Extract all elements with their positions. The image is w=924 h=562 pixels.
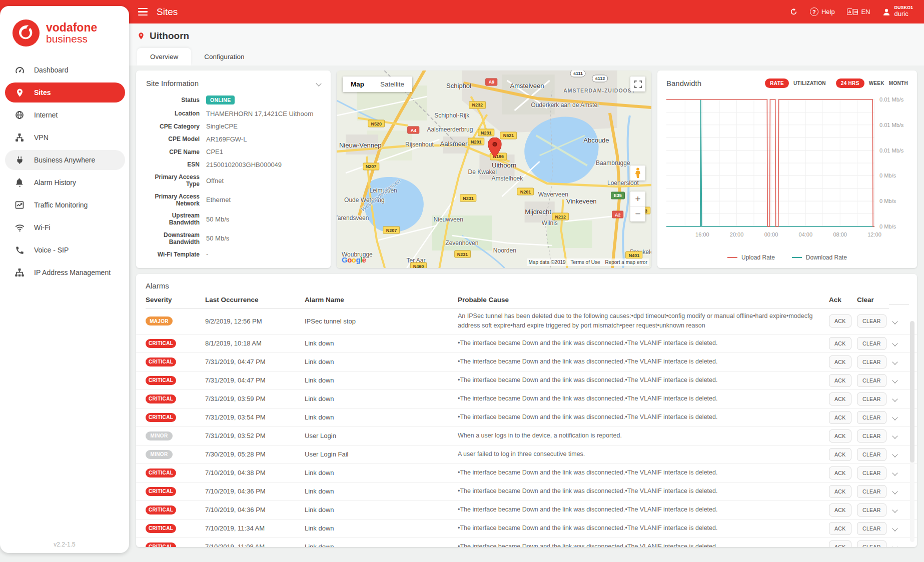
clear-button[interactable]: CLEAR bbox=[857, 430, 886, 442]
road-badge: N231 bbox=[460, 194, 477, 202]
expand-chevron-icon[interactable] bbox=[892, 544, 897, 547]
sidebar-item-wifi[interactable]: Wi-Fi bbox=[5, 218, 125, 238]
sidebar-item-dashboard[interactable]: Dashboard bbox=[5, 60, 125, 80]
ack-button[interactable]: ACK bbox=[829, 374, 851, 387]
clear-button[interactable]: CLEAR bbox=[857, 337, 886, 350]
ack-button[interactable]: ACK bbox=[829, 314, 851, 328]
sidebar-item-internet[interactable]: Internet bbox=[5, 105, 125, 125]
svg-text:00:00: 00:00 bbox=[764, 232, 778, 238]
alarm-last-occurrence: 9/2/2019, 12:56 PM bbox=[205, 318, 305, 325]
expand-chevron-icon[interactable] bbox=[892, 360, 897, 365]
svg-text:0.01 Mb/s: 0.01 Mb/s bbox=[879, 122, 904, 128]
help-button[interactable]: ? Help bbox=[810, 8, 835, 16]
sidebar-item-voice-sip[interactable]: Voice - SIP bbox=[5, 240, 125, 260]
map-town-label: Amstelveen bbox=[510, 82, 544, 89]
ack-button[interactable]: ACK bbox=[829, 430, 851, 442]
clear-button[interactable]: CLEAR bbox=[857, 314, 886, 328]
bandwidth-title: Bandwidth bbox=[666, 79, 701, 88]
expand-chevron-icon[interactable] bbox=[892, 508, 897, 513]
fullscreen-button[interactable] bbox=[630, 76, 645, 92]
alarm-name: Link down bbox=[305, 488, 458, 495]
site-info-label: CPE Name bbox=[146, 148, 206, 156]
svg-text:20:00: 20:00 bbox=[730, 232, 744, 238]
expand-chevron-icon[interactable] bbox=[892, 415, 897, 420]
sidebar-item-business-anywhere[interactable]: Business Anywhere bbox=[5, 150, 125, 170]
ack-button[interactable]: ACK bbox=[829, 411, 851, 424]
svg-text:16:00: 16:00 bbox=[695, 232, 709, 238]
expand-chevron-icon[interactable] bbox=[892, 341, 897, 346]
expand-chevron-icon[interactable] bbox=[892, 318, 897, 324]
google-logo[interactable]: Google bbox=[342, 256, 366, 264]
sidebar-item-sites[interactable]: Sites bbox=[5, 82, 125, 102]
refresh-icon[interactable] bbox=[789, 8, 798, 16]
alarm-probable-cause: •The interface became Down and the link … bbox=[458, 465, 829, 480]
clear-button[interactable]: CLEAR bbox=[857, 466, 886, 480]
ack-button[interactable]: ACK bbox=[829, 485, 851, 498]
alarm-last-occurrence: 7/10/2019, 04:36 PM bbox=[205, 506, 305, 514]
range-month-toggle[interactable]: MONTH bbox=[889, 80, 908, 86]
expand-chevron-icon[interactable] bbox=[892, 434, 897, 439]
ack-button[interactable]: ACK bbox=[829, 448, 851, 461]
language-selector[interactable]: A EN bbox=[847, 8, 870, 16]
vodafone-logo[interactable]: vodafone business bbox=[0, 6, 129, 57]
zoom-in-button[interactable]: + bbox=[630, 192, 645, 206]
map-button[interactable]: Map bbox=[343, 76, 372, 92]
pegman-control[interactable] bbox=[630, 166, 645, 180]
clear-button[interactable]: CLEAR bbox=[857, 504, 886, 516]
ack-button[interactable]: ACK bbox=[829, 504, 851, 516]
clear-button[interactable]: CLEAR bbox=[857, 485, 886, 498]
sidebar-item-traffic-monitoring[interactable]: Traffic Monitoring bbox=[5, 195, 125, 215]
alarm-name: IPSec tunnel stop bbox=[305, 318, 458, 325]
expand-chevron-icon[interactable] bbox=[892, 526, 897, 532]
clear-button[interactable]: CLEAR bbox=[857, 448, 886, 461]
map-zoom-control: + − bbox=[630, 192, 645, 222]
site-info-row: CPE Model AR169FGW-L bbox=[146, 136, 321, 143]
site-info-value: CPE1 bbox=[206, 148, 223, 156]
terms-of-use-link[interactable]: Terms of Use bbox=[571, 260, 600, 265]
satellite-button[interactable]: Satellite bbox=[372, 76, 412, 92]
sidebar-item-alarm-history[interactable]: Alarm History bbox=[5, 172, 125, 192]
ack-button[interactable]: ACK bbox=[829, 522, 851, 535]
alarm-row: CRITICAL 7/31/2019, 04:47 PM Link down •… bbox=[136, 372, 917, 390]
alarm-row: CRITICAL 7/31/2019, 03:59 PM Link down •… bbox=[136, 390, 917, 408]
site-location-marker[interactable] bbox=[488, 138, 502, 160]
sidebar-item-ip-address-management[interactable]: IP Address Management bbox=[5, 262, 125, 282]
expand-chevron-icon[interactable] bbox=[892, 489, 897, 494]
user-menu[interactable]: DUSKO1 duric bbox=[882, 6, 913, 18]
ack-button[interactable]: ACK bbox=[829, 356, 851, 368]
report-map-error-link[interactable]: Report a map error bbox=[605, 260, 647, 265]
range-24hrs-toggle[interactable]: 24 HRS bbox=[836, 78, 864, 88]
utilization-toggle[interactable]: UTILIZATION bbox=[793, 80, 826, 86]
hamburger-menu-icon[interactable] bbox=[138, 8, 148, 16]
map-town-label: Ouderkerk aan de Amstel bbox=[531, 102, 598, 108]
clear-button[interactable]: CLEAR bbox=[857, 356, 886, 368]
alarms-scrollbar[interactable] bbox=[910, 321, 914, 542]
clear-button[interactable]: CLEAR bbox=[857, 522, 886, 535]
alarms-table-body: MAJOR 9/2/2019, 12:56 PM IPSec tunnel st… bbox=[136, 308, 917, 547]
site-info-row: Primary Access Network Ethernet bbox=[146, 193, 321, 207]
tab-configuration[interactable]: Configuration bbox=[191, 48, 257, 66]
rate-toggle[interactable]: RATE bbox=[765, 78, 789, 88]
scrollbar-thumb[interactable] bbox=[910, 321, 914, 462]
alarm-probable-cause: •The interface became Down and the link … bbox=[458, 336, 829, 351]
ack-button[interactable]: ACK bbox=[829, 337, 851, 350]
alarm-name: Link down bbox=[305, 543, 458, 547]
sidebar-item-vpn[interactable]: VPN bbox=[5, 128, 125, 148]
range-week-toggle[interactable]: WEEK bbox=[869, 80, 884, 86]
tab-overview[interactable]: Overview bbox=[137, 48, 191, 66]
zoom-out-button[interactable]: − bbox=[630, 206, 645, 222]
svg-text:0 Mb/s: 0 Mb/s bbox=[879, 172, 896, 178]
expand-chevron-icon[interactable] bbox=[892, 396, 897, 402]
clear-button[interactable]: CLEAR bbox=[857, 411, 886, 424]
clear-button[interactable]: CLEAR bbox=[857, 392, 886, 406]
expand-chevron-icon[interactable] bbox=[892, 378, 897, 384]
alarm-row: CRITICAL 7/31/2019, 04:47 PM Link down •… bbox=[136, 353, 917, 372]
expand-chevron-icon[interactable] bbox=[892, 452, 897, 458]
ack-button[interactable]: ACK bbox=[829, 466, 851, 480]
clear-button[interactable]: CLEAR bbox=[857, 540, 886, 547]
ack-button[interactable]: ACK bbox=[829, 540, 851, 547]
ack-button[interactable]: ACK bbox=[829, 392, 851, 406]
expand-chevron-icon[interactable] bbox=[892, 470, 897, 476]
collapse-chevron-icon[interactable] bbox=[316, 80, 321, 86]
clear-button[interactable]: CLEAR bbox=[857, 374, 886, 387]
